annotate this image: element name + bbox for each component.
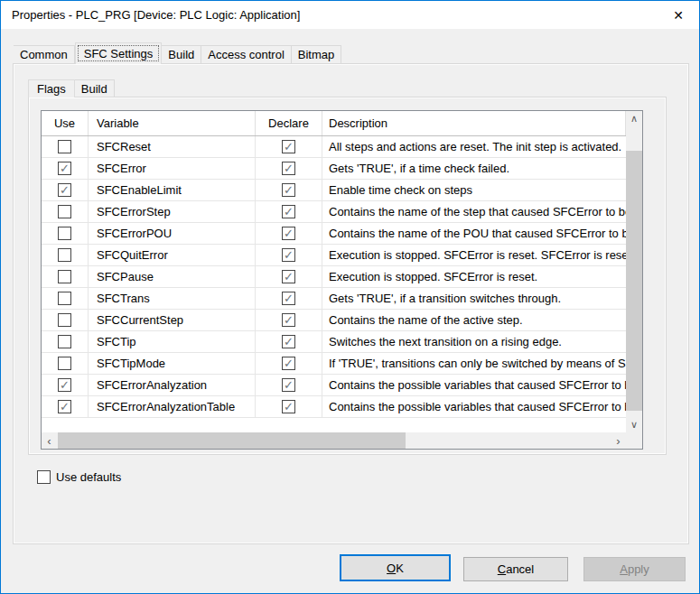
- cancel-button[interactable]: Cancel: [463, 557, 568, 581]
- scroll-left-button[interactable]: ‹: [42, 432, 57, 449]
- use-checkbox[interactable]: ✓: [58, 205, 71, 218]
- properties-dialog: Properties - PLC_PRG [Device: PLC Logic:…: [0, 0, 700, 594]
- flag-description: Contains the name of the active step.: [322, 310, 626, 330]
- flags-table-body: Use Variable Declare Description ✓ SFCRe…: [42, 111, 626, 449]
- table-row[interactable]: ✓ SFCErrorAnalyzation ✓ Contains the pos…: [42, 375, 626, 396]
- use-checkbox[interactable]: ✓: [58, 313, 71, 327]
- check-icon: ✓: [284, 336, 294, 348]
- scroll-up-button[interactable]: ∧: [626, 111, 642, 126]
- table-row[interactable]: ✓ SFCCurrentStep ✓ Contains the name of …: [42, 310, 626, 331]
- close-button[interactable]: ✕: [667, 5, 690, 25]
- sub-tab[interactable]: Flags: [28, 79, 75, 97]
- declare-cell: ✓: [256, 201, 322, 222]
- vertical-scroll-track[interactable]: [626, 126, 642, 417]
- declare-checkbox[interactable]: ✓: [282, 140, 295, 153]
- scroll-right-button[interactable]: ›: [611, 432, 626, 449]
- declare-checkbox[interactable]: ✓: [282, 335, 295, 348]
- declare-cell: ✓: [256, 353, 322, 374]
- table-row[interactable]: ✓ SFCEnableLimit ✓ Enable time check on …: [42, 180, 626, 201]
- use-checkbox[interactable]: ✓: [58, 248, 71, 262]
- flag-description: Enable time check on steps: [322, 180, 626, 200]
- table-row[interactable]: ✓ SFCErrorPOU ✓ Contains the name of the…: [42, 223, 626, 245]
- declare-checkbox[interactable]: ✓: [282, 270, 295, 283]
- check-icon: ✓: [284, 379, 294, 391]
- declare-checkbox[interactable]: ✓: [282, 400, 295, 413]
- use-cell: ✓: [42, 288, 89, 309]
- declare-checkbox[interactable]: ✓: [282, 248, 295, 262]
- declare-checkbox[interactable]: ✓: [282, 357, 295, 370]
- use-checkbox[interactable]: ✓: [58, 335, 71, 348]
- variable-name: SFCError: [89, 158, 256, 179]
- scroll-down-button[interactable]: ∨: [626, 417, 642, 432]
- use-checkbox[interactable]: ✓: [58, 292, 71, 305]
- close-icon: ✕: [673, 8, 684, 23]
- declare-checkbox[interactable]: ✓: [282, 292, 295, 305]
- use-checkbox[interactable]: ✓: [58, 270, 71, 283]
- table-row[interactable]: ✓ SFCTipMode ✓ If 'TRUE', transitions ca…: [42, 353, 626, 375]
- ok-button[interactable]: OK: [340, 554, 451, 581]
- scroll-right-icon: ›: [616, 434, 620, 448]
- declare-cell: ✓: [256, 223, 322, 244]
- check-icon: ✓: [284, 184, 294, 196]
- flags-table: Use Variable Declare Description ✓ SFCRe…: [41, 110, 643, 450]
- sub-tab[interactable]: Build: [75, 79, 115, 97]
- vertical-scroll-thumb[interactable]: [626, 151, 642, 411]
- table-row[interactable]: ✓ SFCError ✓ Gets 'TRUE', if a time chec…: [42, 158, 626, 180]
- flag-description: Execution is stopped. SFCError is reset.…: [322, 245, 626, 265]
- title-bar: Properties - PLC_PRG [Device: PLC Logic:…: [1, 1, 699, 29]
- use-checkbox[interactable]: ✓: [58, 183, 71, 197]
- column-header-use: Use: [42, 111, 89, 135]
- main-tab[interactable]: Access control: [201, 45, 292, 64]
- column-header-variable: Variable: [89, 111, 256, 135]
- use-checkbox[interactable]: ✓: [58, 162, 71, 175]
- use-checkbox[interactable]: ✓: [58, 227, 71, 240]
- horizontal-scroll-track[interactable]: [57, 432, 611, 449]
- table-row[interactable]: ✓ SFCTrans ✓ Gets 'TRUE', if a transitio…: [42, 288, 626, 310]
- variable-name: SFCErrorAnalyzationTable: [89, 396, 256, 417]
- use-defaults-checkbox[interactable]: ✓: [37, 470, 51, 484]
- declare-checkbox[interactable]: ✓: [282, 183, 295, 197]
- declare-checkbox[interactable]: ✓: [282, 205, 295, 218]
- declare-cell: ✓: [256, 288, 322, 309]
- table-row[interactable]: ✓ SFCErrorStep ✓ Contains the name of th…: [42, 201, 626, 223]
- main-tab[interactable]: SFC Settings: [75, 42, 163, 64]
- use-cell: ✓: [42, 201, 89, 222]
- scroll-left-icon: ‹: [47, 434, 51, 448]
- table-header-row: Use Variable Declare Description: [42, 111, 626, 136]
- table-row[interactable]: ✓ SFCErrorAnalyzationTable ✓ Contains th…: [42, 396, 626, 418]
- table-row[interactable]: ✓ SFCReset ✓ All steps and actions are r…: [42, 136, 626, 158]
- check-icon: ✓: [284, 357, 294, 369]
- use-checkbox[interactable]: ✓: [58, 357, 71, 370]
- main-tab[interactable]: Bitmap: [292, 45, 341, 64]
- declare-checkbox[interactable]: ✓: [282, 378, 295, 392]
- declare-checkbox[interactable]: ✓: [282, 227, 295, 240]
- variable-name: SFCPause: [89, 266, 256, 287]
- table-row[interactable]: ✓ SFCTip ✓ Switches the next transition …: [42, 331, 626, 353]
- check-icon: ✓: [60, 379, 70, 391]
- variable-name: SFCTip: [89, 331, 256, 352]
- use-defaults-option: ✓ Use defaults: [37, 470, 121, 484]
- use-cell: ✓: [42, 223, 89, 244]
- use-checkbox[interactable]: ✓: [58, 378, 71, 392]
- declare-cell: ✓: [256, 396, 322, 417]
- declare-checkbox[interactable]: ✓: [282, 162, 295, 175]
- sub-tab-strip: Flags Build: [28, 77, 115, 97]
- check-icon: ✓: [284, 271, 294, 283]
- check-icon: ✓: [284, 401, 294, 413]
- check-icon: ✓: [284, 292, 294, 304]
- table-empty-area: [42, 418, 626, 432]
- use-checkbox[interactable]: ✓: [58, 400, 71, 413]
- use-cell: ✓: [42, 180, 89, 200]
- table-row[interactable]: ✓ SFCQuitError ✓ Execution is stopped. S…: [42, 245, 626, 266]
- flag-description: If 'TRUE', transitions can only be switc…: [322, 353, 626, 374]
- horizontal-scroll-thumb[interactable]: [58, 432, 406, 449]
- main-tab[interactable]: Common: [14, 45, 75, 64]
- declare-cell: ✓: [256, 331, 322, 352]
- declare-checkbox[interactable]: ✓: [282, 313, 295, 327]
- table-row[interactable]: ✓ SFCPause ✓ Execution is stopped. SFCEr…: [42, 266, 626, 288]
- declare-cell: ✓: [256, 245, 322, 265]
- apply-button[interactable]: Apply: [583, 557, 686, 581]
- use-checkbox[interactable]: ✓: [58, 140, 71, 153]
- flag-description: All steps and actions are reset. The ini…: [322, 136, 626, 157]
- main-tab[interactable]: Build: [162, 45, 201, 64]
